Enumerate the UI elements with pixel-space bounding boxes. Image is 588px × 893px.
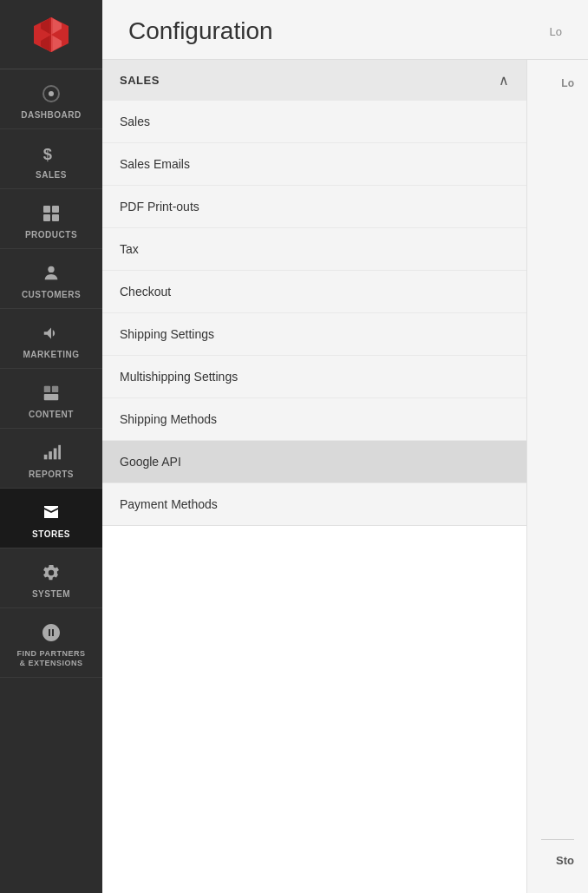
sidebar-item-find-partners-label: FIND PARTNERS& EXTENSIONS	[17, 649, 86, 668]
sidebar-item-marketing-label: MARKETING	[23, 350, 79, 359]
svg-rect-5	[49, 17, 53, 52]
sidebar-item-sales[interactable]: $ SALES	[0, 129, 102, 189]
nav-item-shipping-methods[interactable]: Shipping Methods	[102, 398, 526, 441]
sidebar-item-stores[interactable]: STORES	[0, 489, 102, 548]
svg-text:$: $	[43, 145, 53, 163]
page-header: Configuration Lo	[102, 0, 588, 60]
page-title: Configuration	[128, 17, 273, 45]
svg-rect-11	[52, 214, 59, 221]
sidebar-item-reports[interactable]: REPORTS	[0, 429, 102, 489]
sales-nav-section: SALES ∧ Sales Sales Emails PDF Print-out…	[102, 60, 526, 526]
nav-item-shipping-settings[interactable]: Shipping Settings	[102, 313, 526, 356]
sidebar-item-customers-label: CUSTOMERS	[22, 290, 81, 299]
svg-point-12	[48, 266, 54, 272]
content-area: SALES ∧ Sales Sales Emails PDF Print-out…	[102, 60, 588, 893]
svg-rect-16	[44, 455, 48, 460]
sidebar-item-stores-label: STORES	[32, 529, 70, 539]
sidebar-logo	[0, 0, 102, 69]
sidebar-item-dashboard[interactable]: DASHBOARD	[0, 69, 102, 129]
stores-icon	[39, 501, 63, 525]
svg-rect-17	[49, 451, 52, 459]
sidebar-item-products-label: PRODUCTS	[25, 230, 77, 240]
chevron-up-icon: ∧	[499, 72, 509, 89]
sidebar-item-content[interactable]: CONTENT	[0, 369, 102, 429]
nav-item-payment-methods[interactable]: Payment Methods	[102, 483, 526, 525]
header-right-label: Lo	[550, 25, 562, 38]
reports-icon	[39, 441, 63, 465]
sidebar: DASHBOARD $ SALES PRODUCTS CUSTOMERS MAR…	[0, 0, 102, 893]
top-right-label: Lo	[561, 77, 574, 89]
svg-point-6	[49, 91, 54, 96]
svg-rect-19	[58, 445, 61, 460]
sidebar-item-dashboard-label: DASHBOARD	[21, 110, 82, 120]
dashboard-icon	[39, 82, 63, 106]
nav-item-pdf-printouts[interactable]: PDF Print-outs	[102, 186, 526, 228]
nav-item-sales[interactable]: Sales	[102, 101, 526, 143]
left-nav-panel: SALES ∧ Sales Sales Emails PDF Print-out…	[102, 60, 527, 893]
svg-rect-10	[43, 214, 50, 221]
sidebar-item-content-label: CONTENT	[29, 410, 74, 419]
nav-item-sales-emails[interactable]: Sales Emails	[102, 143, 526, 186]
sales-section-title: SALES	[120, 74, 160, 87]
nav-item-checkout[interactable]: Checkout	[102, 271, 526, 313]
nav-item-google-api[interactable]: Google API	[102, 441, 526, 483]
bottom-right-label: Sto	[556, 854, 574, 867]
svg-rect-15	[44, 394, 59, 400]
svg-rect-8	[43, 206, 50, 213]
svg-rect-9	[52, 206, 59, 213]
right-panel: Lo Sto	[527, 60, 588, 893]
magento-logo-icon	[30, 14, 72, 56]
sidebar-item-marketing[interactable]: MARKETING	[0, 309, 102, 369]
sales-section-header[interactable]: SALES ∧	[102, 60, 526, 101]
content-icon	[39, 381, 63, 405]
sidebar-item-sales-label: SALES	[36, 170, 67, 180]
sidebar-item-reports-label: REPORTS	[29, 469, 74, 479]
right-divider	[541, 839, 574, 840]
find-partners-icon	[39, 621, 63, 645]
system-icon	[39, 561, 63, 585]
nav-item-multishipping-settings[interactable]: Multishipping Settings	[102, 356, 526, 398]
customers-icon	[39, 261, 63, 286]
sidebar-item-find-partners[interactable]: FIND PARTNERS& EXTENSIONS	[0, 608, 102, 678]
marketing-icon	[39, 321, 63, 345]
sidebar-item-products[interactable]: PRODUCTS	[0, 189, 102, 249]
main-content: Configuration Lo SALES ∧ Sales Sales Ema…	[102, 0, 588, 893]
sidebar-item-system-label: SYSTEM	[32, 589, 70, 599]
svg-rect-18	[54, 449, 57, 460]
sidebar-item-customers[interactable]: CUSTOMERS	[0, 249, 102, 309]
svg-rect-13	[44, 386, 50, 392]
products-icon	[39, 201, 63, 226]
nav-item-tax[interactable]: Tax	[102, 228, 526, 271]
svg-rect-14	[52, 386, 58, 392]
sales-icon: $	[39, 141, 63, 166]
sidebar-item-system[interactable]: SYSTEM	[0, 548, 102, 608]
